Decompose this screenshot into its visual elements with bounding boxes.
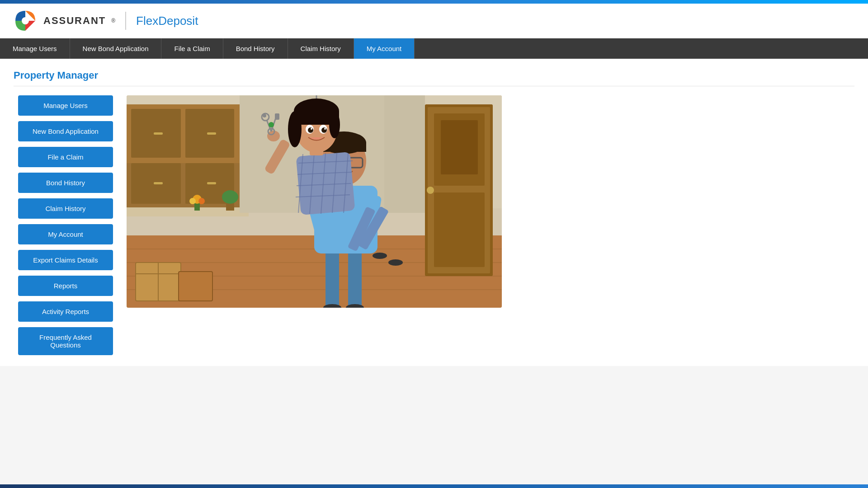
nav-bar: Manage Users New Bond Application File a… bbox=[0, 38, 868, 59]
sidebar-btn-bond-history[interactable]: Bond History bbox=[18, 173, 113, 193]
svg-rect-36 bbox=[384, 95, 425, 213]
main-layout: Manage Users New Bond Application File a… bbox=[14, 95, 854, 355]
svg-point-75 bbox=[269, 122, 274, 127]
nav-my-account[interactable]: My Account bbox=[354, 38, 415, 59]
assurant-logo-icon bbox=[14, 9, 37, 33]
sidebar-btn-manage-users[interactable]: Manage Users bbox=[18, 95, 113, 116]
svg-rect-14 bbox=[154, 132, 163, 135]
sidebar-btn-reports[interactable]: Reports bbox=[18, 276, 113, 296]
svg-rect-92 bbox=[179, 272, 212, 301]
svg-point-80 bbox=[288, 111, 302, 147]
nav-claim-history[interactable]: Claim History bbox=[288, 38, 354, 59]
sidebar-btn-my-account[interactable]: My Account bbox=[18, 224, 113, 244]
svg-point-87 bbox=[324, 128, 326, 130]
nav-new-bond-application[interactable]: New Bond Application bbox=[70, 38, 162, 59]
svg-point-81 bbox=[329, 111, 340, 138]
hero-svg bbox=[127, 95, 502, 308]
svg-point-68 bbox=[267, 131, 280, 141]
sidebar-btn-file-a-claim[interactable]: File a Claim bbox=[18, 147, 113, 167]
sidebar-btn-activity-reports[interactable]: Activity Reports bbox=[18, 301, 113, 322]
page-title: Property Manager bbox=[14, 70, 854, 86]
svg-point-84 bbox=[308, 127, 313, 133]
svg-point-56 bbox=[388, 259, 403, 266]
company-name: ASSURANT bbox=[43, 15, 106, 27]
logo-divider bbox=[125, 12, 126, 30]
svg-rect-39 bbox=[326, 249, 339, 308]
nav-manage-users[interactable]: Manage Users bbox=[0, 38, 70, 59]
svg-point-35 bbox=[427, 187, 434, 194]
svg-point-55 bbox=[373, 253, 387, 259]
logo-container: ASSURANT ® FlexDeposit bbox=[14, 9, 198, 33]
sidebar-buttons: Manage Users New Bond Application File a… bbox=[18, 95, 113, 355]
svg-rect-33 bbox=[434, 192, 485, 267]
svg-point-85 bbox=[321, 127, 327, 133]
svg-point-96 bbox=[189, 198, 196, 204]
svg-point-97 bbox=[198, 198, 205, 204]
nav-bond-history[interactable]: Bond History bbox=[223, 38, 288, 59]
svg-point-86 bbox=[311, 128, 312, 130]
bottom-bar bbox=[0, 484, 868, 488]
svg-point-0 bbox=[22, 17, 29, 24]
sidebar-btn-claim-history[interactable]: Claim History bbox=[18, 198, 113, 219]
svg-rect-17 bbox=[207, 182, 216, 184]
top-bar bbox=[0, 0, 868, 4]
sidebar-btn-new-bond-application[interactable]: New Bond Application bbox=[18, 121, 113, 141]
registered-mark: ® bbox=[111, 18, 115, 24]
page-content: Property Manager Manage Users New Bond A… bbox=[0, 59, 868, 366]
svg-point-71 bbox=[263, 114, 266, 117]
sidebar-btn-export-claims-details[interactable]: Export Claims Details bbox=[18, 250, 113, 270]
hero-image bbox=[127, 95, 502, 308]
svg-rect-73 bbox=[275, 113, 279, 120]
header: ASSURANT ® FlexDeposit bbox=[0, 4, 868, 38]
sidebar-btn-frequently-asked-questions[interactable]: Frequently Asked Questions bbox=[18, 327, 113, 355]
svg-rect-34 bbox=[441, 120, 478, 174]
svg-rect-16 bbox=[154, 182, 163, 184]
svg-rect-15 bbox=[207, 132, 216, 135]
product-name: FlexDeposit bbox=[136, 14, 198, 28]
nav-file-a-claim[interactable]: File a Claim bbox=[161, 38, 223, 59]
svg-rect-40 bbox=[348, 249, 362, 308]
svg-point-38 bbox=[222, 190, 238, 204]
